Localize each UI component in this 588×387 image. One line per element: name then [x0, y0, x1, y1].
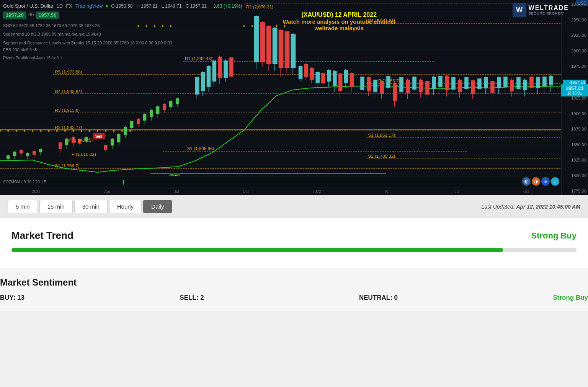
market-trend-header: Market Trend Strong Buy — [11, 230, 577, 242]
svg-rect-176 — [458, 80, 462, 92]
svg-rect-136 — [327, 70, 331, 82]
svg-rect-156 — [393, 83, 397, 101]
bottom-indicator-label: SOZMOM LB 20.2.20 1.5 — [3, 180, 46, 184]
tab-5min[interactable]: 5 min — [8, 200, 38, 213]
time-axis: 2021 Apr Jul Oct 2022 Apr Jul Oct — [0, 188, 561, 195]
chart-type: FX — [66, 3, 72, 9]
svg-rect-86 — [143, 114, 146, 121]
last-updated-container: Last Updated: Apr 12, 2022 10:45:00 AM — [481, 203, 580, 210]
svg-rect-98 — [195, 77, 199, 95]
sentiment-overall: Strong Buy — [553, 294, 588, 302]
weltrade-icon: W — [513, 3, 526, 17]
svg-text:R5 (1,973.88): R5 (1,973.88) — [55, 70, 82, 74]
annotation-sub1: Watch more analysis on youtube channel — [283, 18, 396, 25]
svg-point-44 — [80, 130, 82, 132]
last-updated-label: Last Updated: — [481, 204, 514, 210]
svg-point-35 — [7, 130, 9, 132]
eye-icon[interactable]: 👁 — [33, 47, 38, 53]
weltrade-logo: W WELTRADE SECURE BROKER — [513, 3, 569, 17]
svg-rect-200 — [536, 77, 540, 88]
price-level-1850: 1850.00 — [563, 142, 586, 147]
time-6: Apr — [385, 189, 391, 194]
price-level-1800: 1800.00 — [563, 173, 586, 178]
sell-label: SELL: — [180, 294, 198, 301]
section-divider — [0, 260, 588, 260]
trend-bar-fill — [11, 248, 503, 252]
svg-point-50 — [129, 130, 131, 132]
chart-icon-1[interactable]: ◐ — [522, 177, 531, 186]
chart-platform: TradingView — [75, 3, 103, 9]
svg-rect-134 — [321, 73, 325, 83]
chart-icon-4[interactable]: ○ — [551, 177, 559, 186]
svg-text:P (1,810.22): P (1,810.22) — [72, 152, 96, 157]
svg-text:P (1,965.76): P (1,965.76) — [378, 78, 403, 83]
buy-label: BUY: — [0, 294, 15, 301]
svg-rect-58 — [26, 153, 29, 156]
weltrade-text: WELTRADE SECURE BROKER — [529, 5, 569, 15]
svg-rect-164 — [419, 80, 423, 92]
annotation-sub2: weltrade malaysia — [283, 25, 396, 31]
svg-rect-60 — [33, 151, 36, 155]
svg-rect-196 — [523, 80, 527, 90]
support-indicator: Support and Resistance Levels with Break… — [3, 41, 172, 45]
svg-rect-170 — [438, 76, 443, 87]
time-1: 2021 — [32, 189, 40, 194]
svg-rect-194 — [516, 77, 521, 89]
svg-rect-130 — [310, 68, 314, 80]
svg-rect-54 — [13, 152, 16, 156]
buy-value: 13 — [17, 294, 24, 301]
svg-rect-114 — [260, 22, 265, 62]
svg-rect-92 — [163, 104, 166, 110]
svg-point-36 — [15, 130, 17, 132]
price-level-2025: 2025.00 — [563, 33, 586, 38]
price-level-2000: 2000.00 — [563, 49, 586, 53]
svg-rect-94 — [169, 101, 172, 107]
time-7: Jul — [455, 189, 460, 194]
live-dot — [106, 5, 108, 7]
svg-rect-182 — [477, 78, 482, 89]
svg-rect-96 — [176, 98, 179, 104]
chart-ohlc: O 1953.58 H 1957.21 L 1949.71 C 1957.21 … — [111, 3, 242, 9]
time-4: Oct — [243, 189, 249, 194]
chart-icon-2[interactable]: ◑ — [532, 177, 540, 186]
svg-rect-178 — [464, 77, 469, 89]
svg-rect-162 — [412, 77, 416, 90]
svg-text:S2 (1,785.32): S2 (1,785.32) — [368, 154, 395, 158]
bid-price-badge: 1957.56 — [36, 11, 59, 19]
market-trend-value: Strong Buy — [531, 231, 577, 241]
svg-rect-106 — [218, 57, 222, 78]
svg-rect-62 — [39, 149, 42, 152]
tab-daily[interactable]: Daily — [143, 200, 172, 213]
svg-point-30 — [252, 25, 253, 27]
svg-point-39 — [40, 130, 41, 132]
fbb-indicator: FBB 200 hlc3 3 — [3, 47, 32, 53]
svg-point-41 — [56, 130, 58, 132]
svg-rect-148 — [367, 77, 371, 91]
svg-rect-110 — [229, 57, 234, 77]
neutral-sentiment: NEUTRAL: 0 — [359, 294, 398, 302]
svg-point-37 — [24, 130, 25, 132]
chart-icon-3[interactable]: ● — [541, 177, 550, 186]
price-level-1825: 1825.00 — [563, 158, 586, 162]
market-trend-section: Market Trend Strong Buy — [11, 230, 577, 252]
svg-point-40 — [48, 130, 49, 132]
last-updated-text: Last Updated: Apr 12, 2022 10:45:00 AM — [481, 204, 580, 210]
tab-15min[interactable]: 15 min — [39, 200, 73, 213]
tab-30min[interactable]: 30 min — [74, 200, 108, 213]
svg-rect-124 — [291, 34, 296, 68]
svg-point-38 — [32, 130, 33, 132]
svg-rect-56 — [20, 150, 23, 153]
currency-label: USD — [576, 0, 588, 6]
chart-container: Gold Spot / U.S. Dollar 1D FX TradingVie… — [0, 0, 588, 195]
svg-text:S1 (1,806.66): S1 (1,806.66) — [187, 146, 214, 151]
svg-rect-140 — [338, 73, 343, 91]
weltrade-name: WELTRADE — [529, 5, 569, 11]
tab-hourly[interactable]: Hourly — [109, 200, 142, 213]
time-8: Oct — [523, 189, 529, 194]
bottom-indicator-dot: ▌ — [123, 180, 126, 184]
svg-point-49 — [121, 130, 123, 132]
chart-annotation: (XAU/USD) 12 APRIL 2022 Watch more analy… — [283, 11, 396, 31]
svg-rect-188 — [497, 77, 501, 88]
svg-rect-116 — [266, 26, 271, 64]
sell-value: 2 — [200, 294, 204, 301]
